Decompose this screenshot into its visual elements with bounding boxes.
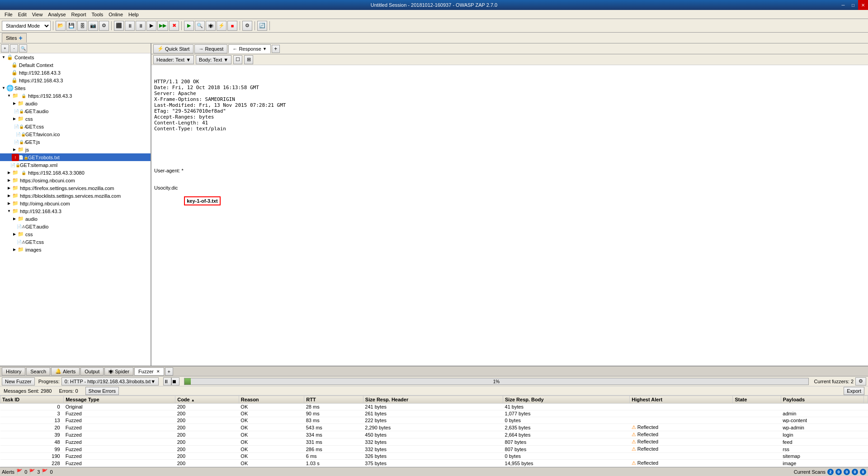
col-state[interactable]: State	[733, 396, 781, 404]
tree-sites-root[interactable]: ▼ 🌐 Sites	[0, 84, 151, 92]
break-request-button[interactable]: ⏸	[125, 21, 135, 31]
view-toggle-2[interactable]: ⊞	[244, 55, 253, 64]
tree-firefox-settings[interactable]: ▶ 📁 https://firefox.settings.services.mo…	[0, 184, 151, 192]
break-response-button[interactable]: ⏸	[136, 21, 146, 31]
fuzzer-close-icon[interactable]: ✕	[156, 369, 160, 374]
table-row[interactable]: 39 Fuzzed 200 OK 334 ms 450 bytes 2,664 …	[0, 431, 868, 438]
tree-get-css[interactable]: 📄🔒⚠ GET:css	[0, 123, 151, 130]
expander-https-site[interactable]: ▼	[6, 93, 12, 99]
expander-css[interactable]: ▶	[12, 116, 17, 122]
continue-button[interactable]: ▶▶	[157, 21, 168, 31]
tree-https-site[interactable]: ▼ 📁 🔒 https://192.168.43.3	[0, 92, 151, 100]
expander-firefox[interactable]: ▶	[6, 186, 12, 191]
menu-help[interactable]: Help	[126, 11, 142, 18]
new-fuzzer-button[interactable]: New Fuzzer	[2, 377, 35, 386]
tree-context-https[interactable]: 🔒 https://192.168.43.3	[0, 76, 151, 84]
sites-tab[interactable]: Sites +	[2, 33, 27, 43]
tree-http-get-audio[interactable]: 📄⚠ GET:audio	[0, 223, 151, 230]
expander-contexts[interactable]: ▼	[1, 55, 6, 60]
table-row[interactable]: 3 Fuzzed 200 OK 90 ms 261 bytes 1,077 by…	[0, 410, 868, 417]
maximize-button[interactable]: □	[848, 0, 858, 10]
break-all-button[interactable]: ⬛	[114, 21, 124, 31]
table-row[interactable]: 48 Fuzzed 200 OK 331 ms 332 bytes 807 by…	[0, 438, 868, 446]
expander-sites[interactable]: ▼	[1, 86, 6, 91]
tab-quick-start[interactable]: ⚡ Quick Start	[153, 44, 193, 53]
expand-all-button[interactable]: +	[1, 44, 9, 52]
expander-http-images[interactable]: ▶	[12, 247, 17, 252]
expander-osimg[interactable]: ▶	[6, 178, 12, 183]
menu-report[interactable]: Report	[69, 11, 89, 18]
active-scan-button[interactable]: ⚡	[217, 21, 226, 31]
open-button[interactable]: 📂	[56, 21, 66, 31]
body-text-button[interactable]: Body: Text ▼	[196, 55, 231, 64]
tree-get-robots[interactable]: ! 📄🔒 GET:robots.txt	[0, 153, 151, 161]
tab-spider[interactable]: 🕷 Spider	[104, 367, 133, 376]
menu-file[interactable]: File	[2, 11, 15, 18]
tree-http-audio[interactable]: ▶ 📁 audio	[0, 215, 151, 223]
ajax-spider-button[interactable]: 🕷	[206, 21, 216, 31]
table-row[interactable]: 0 Original 200 OK 28 ms 241 bytes 41 byt…	[0, 404, 868, 410]
tree-default-context[interactable]: 🔒 Default Context	[0, 61, 151, 69]
session-props-button[interactable]: ⚙	[99, 21, 109, 31]
tree-oimg[interactable]: ▶ 📁 http://oimg.nbcuni.com	[0, 200, 151, 207]
add-tab-button[interactable]: +	[272, 45, 280, 53]
table-row[interactable]: 20 Fuzzed 200 OK 543 ms 2,290 bytes 2,63…	[0, 424, 868, 431]
drop-msg-button[interactable]: ✖	[169, 21, 179, 31]
tree-http-css[interactable]: ▶ 📁 css	[0, 230, 151, 238]
tree-get-sitemap[interactable]: 📄🔒 GET:sitemap.xml	[0, 161, 151, 169]
tree-get-audio[interactable]: 📄🔒⚠ GET:audio	[0, 107, 151, 115]
tree-context-http[interactable]: 🔒 http://192.168.43.3	[0, 69, 151, 76]
tree-contexts-root[interactable]: ▼ 🔒 Contexts	[0, 53, 151, 61]
col-highest-alert[interactable]: Highest Alert	[630, 396, 733, 404]
expander-audio[interactable]: ▶	[12, 101, 17, 106]
show-errors-button[interactable]: Show Errors	[85, 387, 119, 395]
tab-output[interactable]: Output	[80, 367, 104, 376]
col-payloads[interactable]: Payloads	[781, 396, 863, 404]
scan-button[interactable]: ▶	[184, 21, 194, 31]
menu-view[interactable]: View	[29, 11, 46, 18]
col-rtt[interactable]: RTT	[304, 396, 363, 404]
tree-http-images[interactable]: ▶ 📁 images	[0, 246, 151, 253]
tab-fuzzer[interactable]: Fuzzer ✕	[134, 367, 164, 376]
stop-button[interactable]: ■	[227, 21, 237, 31]
save-button[interactable]: 💾	[66, 21, 76, 31]
fuzzer-options-button[interactable]: ⚙	[855, 377, 866, 386]
step-button[interactable]: ▶	[146, 21, 156, 31]
export-button[interactable]: Export	[844, 387, 864, 395]
pause-button[interactable]: ⏸	[163, 377, 171, 386]
view-toggle-1[interactable]: ☐	[233, 55, 242, 64]
expander-http-site[interactable]: ▼	[6, 209, 12, 214]
menu-tools[interactable]: Tools	[89, 11, 106, 18]
col-code[interactable]: Code ▲	[175, 396, 239, 404]
collapse-all-button[interactable]: -	[10, 44, 18, 52]
expander-js[interactable]: ▶	[12, 147, 17, 152]
tree-audio-folder[interactable]: ▶ 📁 audio	[0, 100, 151, 107]
tree-get-js[interactable]: 📄🔒⚠ GET:js	[0, 138, 151, 146]
expander-http-audio[interactable]: ▶	[12, 216, 17, 222]
refresh-button[interactable]: 🔄	[257, 21, 267, 31]
header-text-button[interactable]: Header: Text ▼	[153, 55, 194, 64]
progress-url-button[interactable]: 0: HTTP - http://192.168.43.3/robots.txt…	[61, 377, 159, 386]
col-message-type[interactable]: Message Type	[64, 396, 175, 404]
tab-alerts[interactable]: 🔔 Alerts	[51, 367, 80, 376]
minimize-button[interactable]: ─	[838, 0, 848, 10]
tree-http-site[interactable]: ▼ 📁 http://192.168.43.3	[0, 207, 151, 215]
table-row[interactable]: 13 Fuzzed 200 OK 83 ms 222 bytes 0 bytes…	[0, 417, 868, 424]
tab-response[interactable]: ← Response ▼	[228, 44, 270, 53]
table-row[interactable]: 228 Fuzzed 200 OK 1.03 s 375 bytes 14,95…	[0, 460, 868, 467]
menu-analyse[interactable]: Analyse	[45, 11, 68, 18]
expander-blocklists[interactable]: ▶	[6, 193, 12, 199]
expander-http-css[interactable]: ▶	[12, 232, 17, 237]
tab-request[interactable]: → Request	[194, 44, 227, 53]
expander-oimg[interactable]: ▶	[6, 201, 12, 206]
tree-blocklists[interactable]: ▶ 📁 https://blocklists.settings.services…	[0, 192, 151, 200]
col-reason[interactable]: Reason	[239, 396, 304, 404]
tree-osimg[interactable]: ▶ 📁 https://osimg.nbcuni.com	[0, 176, 151, 184]
add-bottom-tab-button[interactable]: +	[165, 367, 173, 376]
stop-fuzzer-button[interactable]: ⏹	[171, 377, 179, 386]
tree-get-favicon[interactable]: 📄🔒 GET:favicon.ico	[0, 130, 151, 138]
title-bar-controls[interactable]: ─ □ ✕	[838, 0, 868, 10]
col-resp-body[interactable]: Size Resp. Body	[503, 396, 630, 404]
close-button[interactable]: ✕	[858, 0, 868, 10]
options-button[interactable]: ⚙	[242, 21, 252, 31]
